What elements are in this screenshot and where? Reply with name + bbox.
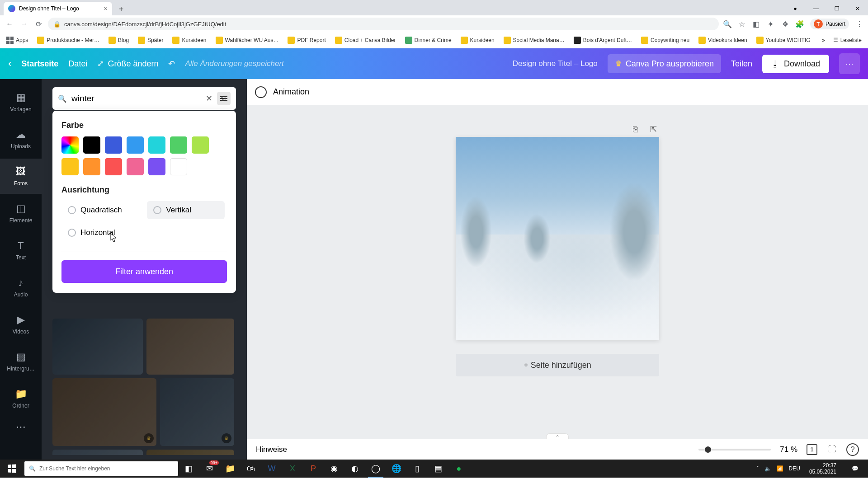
rail-background[interactable]: ▨Hintergru… (0, 344, 42, 379)
orientation-vertical[interactable]: Vertikal (147, 201, 225, 219)
browser-tab[interactable]: Design ohne Titel – Logo × (4, 2, 112, 15)
tray-volume-icon[interactable]: 🔈 (764, 465, 771, 472)
tray-wifi-icon[interactable]: 📶 (777, 465, 783, 472)
tray-lang[interactable]: DEU (789, 465, 800, 472)
color-swatch-black[interactable] (83, 136, 100, 154)
taskbar-chrome[interactable]: ◯ (365, 460, 386, 478)
document-title[interactable]: Design ohne Titel – Logo (513, 59, 598, 68)
canvas-scroll[interactable]: ⎘ ⇱ + Seite hinzufügen (247, 105, 868, 460)
bookmark-item[interactable]: Videokurs Ideen (698, 37, 747, 44)
reading-list[interactable]: ☰ Leseliste (833, 37, 862, 43)
add-page-button[interactable]: + Seite hinzufügen (456, 354, 659, 376)
filter-toggle-button[interactable] (217, 92, 231, 105)
animation-button[interactable]: Animation (273, 87, 309, 97)
bookmark-item[interactable]: Youtube WICHTIG (756, 37, 811, 44)
taskbar-edge[interactable]: 🌐 (386, 460, 407, 478)
taskbar-excel[interactable]: X (282, 460, 303, 478)
file-menu[interactable]: Datei (68, 59, 87, 69)
close-window-button[interactable]: ✕ (847, 2, 868, 15)
url-field[interactable]: 🔒 canva.com/design/DAEdomzscjl/drBfjHdCo… (48, 18, 719, 30)
bookmark-item[interactable]: Produktsuche - Mer… (37, 37, 99, 44)
photo-thumb[interactable] (52, 319, 143, 375)
taskbar-app-4[interactable]: ▤ (428, 460, 448, 478)
bookmark-item[interactable]: Copywriting neu (641, 37, 689, 44)
color-swatch-green[interactable] (170, 136, 187, 154)
search-input[interactable] (71, 94, 201, 103)
help-icon[interactable]: ? (846, 443, 859, 456)
orientation-horizontal[interactable]: Horizontal (61, 224, 142, 242)
rail-templates[interactable]: ▦Vorlagen (0, 84, 42, 120)
tray-chevron-icon[interactable]: ˄ (756, 465, 759, 472)
color-swatch-lime[interactable] (192, 136, 209, 154)
bookmark-item[interactable]: PDF Report (288, 37, 326, 44)
kebab-menu-icon[interactable]: ⋮ (855, 20, 863, 28)
rail-text[interactable]: TText (0, 233, 42, 268)
taskbar-explorer[interactable]: 📁 (220, 460, 241, 478)
apps-bookmark[interactable]: Apps (6, 37, 28, 44)
color-swatch-red[interactable] (105, 158, 122, 175)
bookmark-item[interactable]: Kursideen (172, 37, 206, 44)
bookmark-item[interactable]: Kursideen (461, 37, 495, 44)
taskbar-search[interactable]: 🔍 Zur Suche Text hier eingeben (24, 461, 178, 476)
undo-button[interactable]: ↶ (168, 59, 175, 69)
resize-menu[interactable]: ⤢Größe ändern (97, 59, 158, 69)
fullscreen-icon[interactable]: ⛶ (826, 444, 837, 455)
color-swatch-yellow[interactable] (61, 158, 79, 175)
taskbar-app-2[interactable]: ◐ (344, 460, 365, 478)
taskbar-spotify[interactable]: ● (448, 460, 469, 478)
rail-videos[interactable]: ▶Videos (0, 307, 42, 342)
color-swatch-purple[interactable] (148, 158, 165, 175)
tab-close-icon[interactable]: × (104, 5, 108, 12)
bookmark-item[interactable]: Später (138, 37, 163, 44)
color-swatch-orange[interactable] (83, 158, 100, 175)
page-view-icon[interactable]: 1 (807, 444, 817, 455)
bookmark-item[interactable]: Social Media Mana… (504, 37, 565, 44)
taskbar-app-3[interactable]: ▯ (407, 460, 428, 478)
color-swatch-cyan[interactable] (148, 136, 165, 154)
orientation-square[interactable]: Quadratisch (61, 201, 142, 219)
photo-thumb[interactable] (146, 450, 234, 455)
color-swatch-lightblue[interactable] (127, 136, 144, 154)
reload-button[interactable]: ⟳ (33, 19, 43, 29)
extension-icon-1[interactable]: ◧ (752, 20, 760, 28)
photo-thumb[interactable] (52, 450, 143, 455)
color-swatch-pink[interactable] (127, 158, 144, 175)
photo-thumb[interactable]: ♛ (160, 378, 234, 446)
rail-more[interactable]: ⋯ (0, 418, 42, 436)
photo-thumb[interactable]: ♛ (52, 378, 156, 446)
zoom-icon[interactable]: 🔍 (723, 20, 731, 28)
back-button[interactable]: ← (5, 19, 14, 29)
minimize-button[interactable]: — (806, 2, 826, 15)
bookmark-overflow[interactable]: » (822, 37, 825, 43)
share-page-icon[interactable]: ⇱ (647, 123, 659, 135)
zoom-slider[interactable] (698, 449, 771, 450)
rail-elements[interactable]: ◫Elemente (0, 196, 42, 231)
color-swatch-white[interactable] (170, 158, 187, 175)
photo-thumb[interactable] (146, 319, 234, 375)
design-page[interactable] (456, 137, 659, 340)
share-button[interactable]: Teilen (731, 59, 752, 69)
taskbar-store[interactable]: 🛍 (241, 460, 261, 478)
bookmark-item[interactable]: Bois d'Argent Duft… (574, 37, 632, 44)
taskbar-mail[interactable]: ✉99+ (199, 460, 220, 478)
color-swatch-blue[interactable] (105, 136, 122, 154)
rail-uploads[interactable]: ☁Uploads (0, 122, 42, 157)
taskbar-powerpoint[interactable]: P (303, 460, 324, 478)
download-button[interactable]: ⭳Download (762, 55, 829, 73)
start-button[interactable] (1, 460, 23, 478)
home-back-icon[interactable]: ‹ (8, 58, 11, 70)
rail-photos[interactable]: 🖼Fotos (0, 159, 42, 194)
rail-folders[interactable]: 📁Ordner (0, 381, 42, 416)
tray-notifications-icon[interactable]: 💬 (845, 460, 864, 478)
home-link[interactable]: Startseite (21, 59, 58, 69)
bookmark-item[interactable]: Dinner & Crime (405, 37, 452, 44)
extension-icon-2[interactable]: ✦ (767, 20, 775, 28)
color-swatch-rainbow[interactable] (61, 136, 79, 154)
taskbar-app-1[interactable]: ◉ (324, 460, 344, 478)
new-tab-button[interactable]: + (115, 3, 127, 15)
bookmark-item[interactable]: Blog (108, 37, 129, 44)
maximize-button[interactable]: ❐ (826, 2, 847, 15)
star-icon[interactable]: ☆ (738, 20, 746, 28)
bookmark-item[interactable]: Cload + Canva Bilder (335, 37, 396, 44)
taskbar-word[interactable]: W (261, 460, 282, 478)
